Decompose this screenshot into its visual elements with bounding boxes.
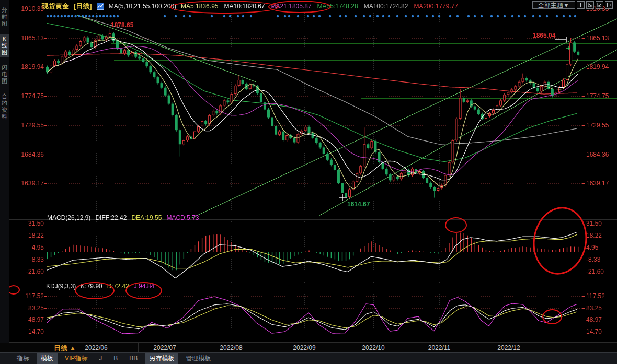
date-label-5: 2022/11 bbox=[421, 344, 458, 351]
toolbar-item-1[interactable]: 模板 bbox=[37, 353, 58, 364]
sidebar-item-2[interactable]: 闪电图 bbox=[0, 63, 9, 86]
toolbar-item-2[interactable]: VIP指标 bbox=[61, 353, 92, 364]
sidebar-item-0[interactable]: 分时图 bbox=[0, 5, 9, 29]
ma-value-0: MA5:1836.95 bbox=[181, 3, 218, 10]
price-chart-canvas[interactable] bbox=[0, 0, 617, 343]
macd-header-item-2: DEA:19.55 bbox=[131, 214, 162, 221]
date-label-1: 2022/07 bbox=[146, 344, 183, 351]
macd-header-item-3: MACD:5.73 bbox=[166, 214, 199, 221]
kdj-header-item-3: J:94.84 bbox=[134, 283, 154, 290]
macd-header-item-1: DIFF:22.42 bbox=[95, 214, 127, 221]
kdj-header-item-0: KDJ(9,3,3) bbox=[46, 283, 76, 290]
kdj-header-item-2: D:72.42 bbox=[107, 283, 129, 290]
kdj-header: KDJ(9,3,3)K:79.90D:72.42J:94.84 bbox=[46, 283, 154, 290]
symbol-name: 现货黄金 bbox=[42, 2, 69, 11]
main-chart-header: 现货黄金 [日线] MA(5,10,21,55,100,200) MA5:183… bbox=[42, 2, 458, 11]
time-axis-strip: 日线 ▲ 2022/062022/072022/082022/092022/10… bbox=[0, 343, 617, 353]
ma-value-4: MA100:1724.82 bbox=[364, 3, 408, 10]
theme-dropdown-button[interactable]: 全部主题▼ bbox=[532, 1, 575, 9]
instrument-icon bbox=[97, 3, 104, 10]
macd-header: MACD(26,12,9)DIFF:22.42DEA:19.55MACD:5.7… bbox=[47, 214, 199, 221]
ma-param-label: MA(5,10,21,55,100,200) bbox=[109, 3, 176, 10]
kdj-header-item-1: K:79.90 bbox=[81, 283, 102, 290]
ma-value-3: MA55:1748.28 bbox=[317, 3, 358, 10]
strip-divider bbox=[138, 343, 139, 353]
expand-pane-right-icon[interactable] bbox=[596, 1, 603, 9]
toolbar-item-7[interactable]: 管理模板 bbox=[181, 353, 215, 364]
date-label-0: 2022/06 bbox=[78, 344, 115, 351]
toolbar-item-3[interactable]: J bbox=[95, 354, 106, 363]
toolbar-item-5[interactable]: BB bbox=[125, 354, 142, 363]
date-label-6: 2022/12 bbox=[490, 344, 527, 351]
strip-divider bbox=[45, 343, 45, 353]
toolbar-item-4[interactable]: B bbox=[109, 354, 122, 363]
expand-pane-down-icon[interactable] bbox=[586, 1, 594, 9]
toolbar-item-0[interactable]: 指标 bbox=[13, 353, 33, 364]
ma-value-2: MA21:1805.87 bbox=[271, 3, 312, 10]
macd-header-item-0: MACD(26,12,9) bbox=[47, 214, 90, 221]
period-tag: [日线] bbox=[74, 2, 92, 11]
sidebar-item-1[interactable]: K线图 bbox=[0, 34, 9, 57]
chart-type-sidebar: 分时图K线图闪电图合约资料 bbox=[0, 0, 9, 343]
ma-values-group: MA5:1836.95MA10:1820.67MA21:1805.87MA55:… bbox=[181, 3, 458, 10]
ma-value-1: MA10:1820.67 bbox=[224, 3, 265, 10]
collapse-pane-icon[interactable] bbox=[605, 1, 613, 9]
bottom-toolbar: 指标模板VIP指标JBBB另存模板管理模板 bbox=[0, 352, 617, 364]
ma-value-5: MA200:1779.77 bbox=[414, 3, 458, 10]
date-label-3: 2022/09 bbox=[286, 344, 323, 351]
trading-app-window: 分时图K线图闪电图合约资料 现货黄金 [日线] MA(5,10,21,55,10… bbox=[0, 0, 617, 364]
date-label-2: 2022/08 bbox=[213, 344, 249, 351]
sidebar-item-3[interactable]: 合约资料 bbox=[0, 91, 9, 122]
toolbar-item-6[interactable]: 另存模板 bbox=[145, 353, 178, 364]
date-label-4: 2022/10 bbox=[355, 344, 392, 351]
move-pane-icon[interactable] bbox=[577, 1, 585, 9]
top-right-controls: 全部主题▼ bbox=[532, 1, 613, 9]
